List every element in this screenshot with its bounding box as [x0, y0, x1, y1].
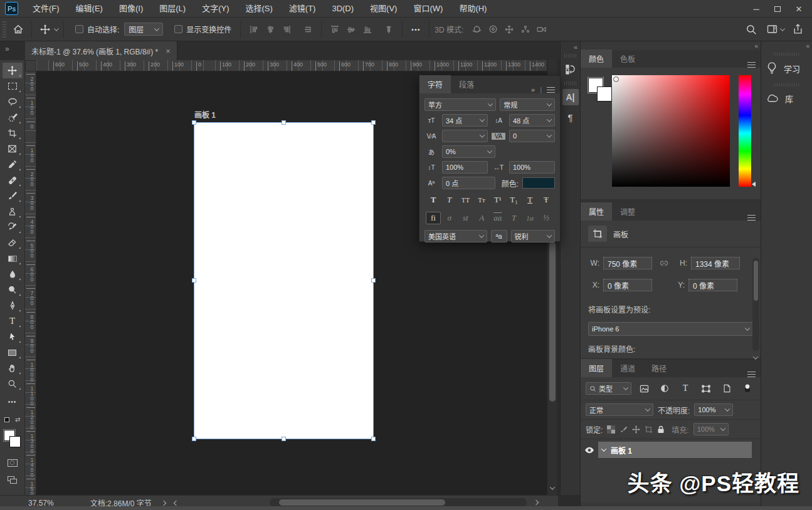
hue-slider[interactable]: [739, 75, 751, 187]
layer-filter-dropdown[interactable]: 类型: [586, 382, 631, 395]
marquee-tool[interactable]: [3, 78, 23, 94]
filter-smart-objects-icon[interactable]: [719, 380, 735, 397]
quick-mask-button[interactable]: [3, 455, 23, 471]
brush-tool[interactable]: [3, 188, 23, 204]
auto-select-checkbox[interactable]: [75, 25, 83, 33]
learn-panel-button[interactable]: 学习: [761, 56, 812, 81]
menu-item-2[interactable]: 图像(I): [111, 4, 151, 13]
path-selection-tool[interactable]: [3, 329, 23, 345]
menu-item-10[interactable]: 帮助(H): [451, 4, 495, 13]
close-button[interactable]: ✕: [789, 2, 808, 16]
toolbar-collapse-icon[interactable]: »: [5, 44, 8, 53]
filter-shape-layers-icon[interactable]: [698, 380, 714, 397]
libraries-panel-button[interactable]: 库: [761, 86, 812, 111]
superscript-button[interactable]: T¹: [490, 194, 505, 206]
filter-type-layers-icon[interactable]: T: [677, 380, 693, 397]
strikethrough-button[interactable]: Ŧ: [539, 194, 554, 206]
blur-tool[interactable]: [3, 266, 23, 282]
crop-tool[interactable]: [3, 125, 23, 141]
home-icon[interactable]: [10, 21, 26, 38]
history-panel-icon[interactable]: [562, 61, 579, 78]
discretionary-ligatures-button[interactable]: st: [458, 212, 473, 224]
faux-italic-button[interactable]: T: [442, 194, 457, 206]
transform-handle[interactable]: [192, 120, 196, 125]
panel-menu-icon[interactable]: [747, 62, 756, 68]
scroll-left-icon[interactable]: [173, 500, 178, 505]
menu-item-4[interactable]: 文字(Y): [194, 4, 237, 13]
lock-position-icon[interactable]: [632, 425, 640, 434]
properties-scrollbar-thumb[interactable]: [754, 261, 758, 301]
rectangle-tool[interactable]: [3, 345, 23, 360]
show-transform-checkbox[interactable]: [174, 25, 182, 33]
small-caps-button[interactable]: Tᴛ: [474, 194, 489, 206]
transform-handle[interactable]: [192, 278, 196, 283]
blend-mode-dropdown[interactable]: 正常: [586, 403, 653, 416]
type-tool[interactable]: T: [3, 313, 23, 329]
frame-tool[interactable]: [3, 141, 23, 157]
text-color-swatch[interactable]: [522, 177, 555, 189]
font-family-dropdown[interactable]: 苹方: [424, 98, 496, 111]
auto-select-dropdown[interactable]: 图层: [124, 23, 163, 36]
tab-paths[interactable]: 路径: [643, 359, 675, 377]
color-swatches[interactable]: [3, 430, 22, 449]
status-popup-chevron-icon[interactable]: [161, 500, 166, 505]
tab-channels[interactable]: 通道: [612, 359, 643, 377]
tsume-dropdown[interactable]: 0%: [442, 145, 495, 158]
hue-slider-arrow-icon[interactable]: [752, 182, 756, 187]
move-tool-icon[interactable]: [37, 21, 53, 38]
edit-toolbar-button[interactable]: •••: [3, 394, 23, 410]
height-field[interactable]: 1334 像素: [691, 257, 740, 269]
transform-handle[interactable]: [282, 120, 286, 125]
lasso-tool[interactable]: [3, 94, 23, 110]
transform-handle[interactable]: [371, 437, 376, 441]
transform-handle[interactable]: [282, 437, 286, 441]
filter-adjustment-layers-icon[interactable]: [656, 380, 673, 397]
tab-swatches[interactable]: 色板: [612, 49, 643, 68]
maximize-button[interactable]: [768, 2, 787, 16]
tab-adjustments[interactable]: 调整: [612, 202, 643, 221]
layer-visibility-icon[interactable]: [584, 447, 594, 454]
menu-item-9[interactable]: 窗口(W): [405, 4, 451, 13]
workspace-chevron-icon[interactable]: [780, 26, 785, 31]
ruler-vertical[interactable]: 2001000100200300400500600700800900100011…: [25, 71, 36, 495]
link-dimensions-icon[interactable]: [656, 255, 672, 271]
font-style-dropdown[interactable]: 常规: [500, 98, 555, 111]
fill-dropdown[interactable]: 100%: [693, 423, 729, 435]
underline-button[interactable]: T: [522, 194, 537, 206]
spot-healing-tool[interactable]: [3, 172, 23, 188]
ligatures-button[interactable]: fi: [426, 212, 441, 224]
horizontal-scrollbar[interactable]: [270, 498, 527, 507]
scroll-down-icon[interactable]: [550, 484, 555, 489]
contextual-alternates-button[interactable]: aa: [490, 212, 505, 224]
minimize-button[interactable]: ─: [747, 2, 766, 16]
subscript-button[interactable]: T₁: [507, 194, 522, 206]
x-field[interactable]: 0 像素: [603, 279, 652, 291]
lock-all-icon[interactable]: [657, 425, 665, 434]
vertical-scrollbar-thumb[interactable]: [549, 242, 556, 402]
paragraph-panel-icon[interactable]: ¶: [562, 109, 579, 125]
tab-properties[interactable]: 属性: [581, 202, 612, 221]
panel-expand-icon[interactable]: »: [531, 86, 535, 93]
pen-tool[interactable]: [3, 298, 23, 313]
baseline-shift-field[interactable]: 0 点: [442, 177, 495, 189]
scroll-right-icon[interactable]: [534, 500, 539, 505]
filter-toggle[interactable]: [739, 380, 756, 397]
fractions-button[interactable]: ½: [539, 212, 554, 224]
preset-dropdown[interactable]: iPhone 6: [588, 322, 753, 336]
layer-row[interactable]: 画板 1: [581, 442, 761, 458]
vertical-scale-field[interactable]: 100%: [442, 161, 488, 174]
width-field[interactable]: 750 像素: [603, 257, 652, 269]
properties-scrollbar[interactable]: [752, 258, 759, 351]
clone-stamp-tool[interactable]: [3, 204, 23, 219]
horizontal-scrollbar-thumb[interactable]: [279, 499, 445, 506]
history-brush-tool[interactable]: [3, 219, 23, 235]
collapse-dock-icon[interactable]: «: [806, 43, 808, 49]
opacity-dropdown[interactable]: 100%: [694, 403, 733, 416]
panel-menu-icon[interactable]: [547, 87, 555, 93]
language-dropdown[interactable]: 美国英语: [424, 230, 487, 242]
titling-alternates-button[interactable]: T: [507, 212, 522, 224]
move-tool[interactable]: [3, 63, 23, 78]
transform-handle[interactable]: [371, 278, 376, 283]
hand-tool[interactable]: [3, 360, 23, 376]
character-panel-icon[interactable]: A|: [562, 89, 579, 105]
